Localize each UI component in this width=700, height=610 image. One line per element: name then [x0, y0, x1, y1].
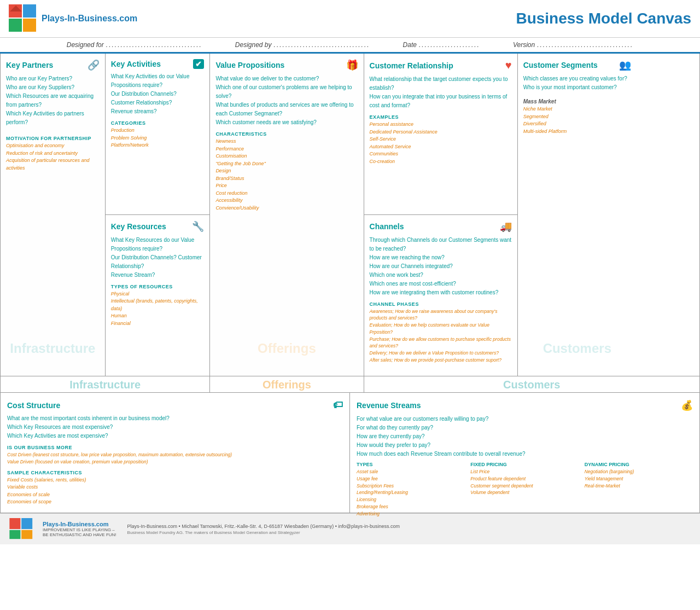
partners-icon: 🔗	[88, 59, 100, 71]
channels-label: Channels	[370, 222, 404, 231]
key-resources-cell: Key Resources 🔧 What Key Resources do ou…	[106, 215, 210, 376]
resources-sub-label: TYPES OF RESOURCES	[111, 284, 205, 289]
cr-label: Customer Relationship	[370, 61, 453, 70]
footer-contact: Plays-In-Business.com • Michael Tarnowsk…	[127, 524, 400, 529]
value-sub-label: CHARACTERISTICS	[215, 131, 358, 137]
cost-sub-items-italic: Cost Driven (leanest cost structure, low…	[7, 451, 343, 466]
segments-sub-items: Niche Market Segmented Diversified Multi…	[523, 106, 631, 135]
revenue-fixed-col: FIXED PRICING List PriceProduct feature …	[470, 462, 579, 517]
revenue-types: Asset saleUsage feeSubscription FeesLend…	[357, 468, 465, 517]
key-resources-title: Key Resources 🔧	[111, 220, 205, 233]
logo-icon	[9, 4, 37, 33]
activities-icon: ✔	[193, 59, 204, 69]
customer-relationship-cell: Customer Relationship ♥ What relationshi…	[364, 54, 517, 215]
offerings-watermark: Offerings	[210, 335, 363, 356]
channels-title: Channels 🚚	[370, 220, 512, 233]
svg-rect-5	[9, 518, 20, 529]
customer-segments-cell: Customer Segments 👥 Which classes are yo…	[518, 54, 637, 376]
infrastructure-watermark: Infrastructure	[1, 335, 105, 356]
customers-watermark: Customers	[518, 335, 637, 356]
revenue-streams-cell: Revenue Streams 💰 For what value are our…	[350, 393, 699, 513]
revenue-types-col: TYPES Asset saleUsage feeSubscription Fe…	[357, 462, 465, 517]
value-sub-items: Newness Performance Customisation "Getti…	[215, 138, 358, 212]
activities-sub-label: CATEGORIES	[111, 120, 205, 126]
activities-questions: What Key Activities do our Value Proposi…	[111, 72, 205, 116]
brand-name: Plays-In-Business.com	[42, 14, 137, 24]
value-questions: What value do we deliver to the customer…	[215, 74, 358, 127]
meta-date: Date .....................	[403, 41, 480, 49]
partners-questions: Who are our Key Partners? Who are our Ke…	[6, 74, 100, 127]
resources-sub-items: Physical Intellectual (brands, patents, …	[111, 291, 205, 328]
resources-questions: What Key Resources do our Value Proposit…	[111, 236, 205, 280]
svg-rect-6	[21, 518, 32, 529]
canvas-bottom-row: Cost Structure 🏷 What are the most impor…	[1, 393, 699, 513]
section-labels-row: Infrastructure Offerings Customers	[1, 376, 699, 393]
canvas-top-row: Key Partners 🔗 Who are our Key Partners?…	[1, 54, 699, 376]
date-label: Date	[403, 41, 417, 49]
revenue-icon: 💰	[681, 399, 693, 411]
revenue-questions: For what value are our customers really …	[357, 415, 693, 458]
types-label: TYPES	[357, 462, 465, 467]
fixed-label: FIXED PRICING	[470, 462, 579, 467]
meta-version: Version ................................…	[513, 41, 633, 49]
segments-questions: Which classes are you creating values fo…	[523, 74, 631, 92]
version-label: Version	[513, 41, 535, 49]
cost-sub-items2: Fixed Costs (salaries, rents, utilities)…	[7, 477, 343, 506]
revenue-columns: TYPES Asset saleUsage feeSubscription Fe…	[357, 462, 693, 517]
footer-tagline2: BE ENTHUSIASTIC AND HAVE FUN!	[43, 532, 116, 537]
cr-title: Customer Relationship ♥	[370, 59, 512, 72]
footer-tagline1: IMPROVEMENT IS LIKE PLAYING –	[43, 527, 116, 532]
cost-questions: What are the most important costs inhere…	[7, 414, 343, 440]
segments-icon: 👥	[619, 59, 631, 71]
activities-resources-col: Key Activities ✔ What Key Activities do …	[106, 54, 211, 376]
meta-row: Designed for ...........................…	[0, 38, 700, 54]
cost-sub-label: IS OUR BUSINESS MORE	[7, 445, 343, 450]
designed-by-value: .................................	[274, 41, 370, 49]
key-partners-label: Key Partners	[6, 61, 53, 69]
resources-icon: 🔧	[192, 220, 204, 233]
channels-sub-label: CHANNEL PHASES	[370, 301, 512, 307]
channels-sub-items: Awareness; How do we raise awareness abo…	[370, 308, 512, 364]
page-header: Plays-In-Business.com Business Model Can…	[0, 0, 700, 38]
version-value: .................................	[537, 41, 633, 49]
partners-sub-label: MOTIVATION FOR PARTNERSHIP	[6, 136, 100, 141]
value-label: Value Propositions	[215, 61, 284, 69]
meta-designed-by: Designed by ............................…	[235, 41, 370, 49]
svg-rect-1	[23, 4, 36, 18]
cost-title: Cost Structure 🏷	[7, 399, 343, 411]
channels-icon: 🚚	[500, 220, 512, 233]
footer-logo	[9, 518, 36, 540]
dynamic-label: DYNAMIC PRICING	[585, 462, 693, 467]
offerings-label: Offerings	[210, 376, 364, 392]
channels-cell: Channels 🚚 Through which Channels do our…	[364, 215, 517, 376]
revenue-dynamic-col: DYNAMIC PRICING Negotiation (bargaining)…	[585, 462, 693, 517]
revenue-label: Revenue Streams	[357, 401, 421, 410]
channels-questions: Through which Channels do our Customer S…	[370, 236, 512, 297]
segments-title: Customer Segments 👥	[523, 59, 631, 71]
page-footer: Plays-In-Business.com IMPROVEMENT IS LIK…	[0, 513, 700, 544]
designed-for-value: .................................	[106, 41, 202, 49]
cr-sub-items: Personal assistance Dedicated Personal A…	[370, 121, 512, 165]
svg-rect-3	[23, 19, 36, 32]
cr-channels-col: Customer Relationship ♥ What relationshi…	[364, 54, 518, 376]
designed-by-label: Designed by	[235, 41, 272, 49]
svg-rect-8	[21, 530, 32, 539]
key-activities-cell: Key Activities ✔ What Key Activities do …	[106, 54, 210, 215]
footer-contact-area: Plays-In-Business.com • Michael Tarnowsk…	[127, 524, 400, 535]
footer-brand: Plays-In-Business.com	[43, 521, 116, 527]
cr-icon: ♥	[505, 59, 512, 72]
designed-for-label: Designed for	[67, 41, 104, 49]
date-value: .....................	[419, 41, 480, 49]
activities-sub-items: ProductionProblem SolvingPlatform/Networ…	[111, 127, 205, 149]
cost-icon: 🏷	[333, 399, 343, 411]
key-activities-label: Key Activities	[111, 60, 161, 68]
infrastructure-label: Infrastructure	[1, 376, 210, 392]
key-partners-cell: Key Partners 🔗 Who are our Key Partners?…	[1, 54, 106, 376]
svg-rect-2	[9, 19, 22, 32]
cost-label: Cost Structure	[7, 401, 60, 410]
page-title: Business Model Canvas	[516, 10, 691, 27]
cr-questions: What relationship that the target custom…	[370, 75, 512, 110]
footer-credit: Business Model Foundry AG. The makers of…	[127, 530, 400, 535]
meta-designed-for: Designed for ...........................…	[67, 41, 202, 49]
revenue-dynamic: Negotiation (bargaining)Yield Management…	[585, 468, 693, 489]
